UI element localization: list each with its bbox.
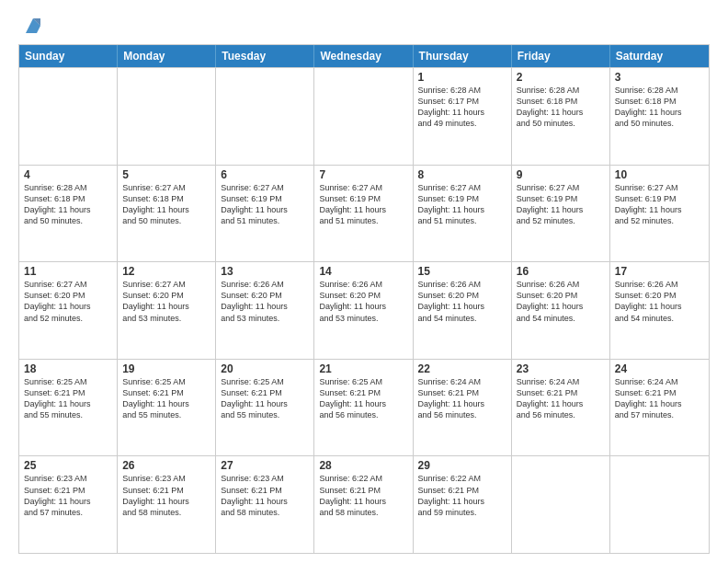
header-cell-friday: Friday	[512, 45, 610, 67]
day-number: 9	[517, 168, 605, 181]
header-cell-sunday: Sunday	[19, 45, 118, 67]
day-info: Sunrise: 6:25 AM Sunset: 6:21 PM Dayligh…	[221, 376, 309, 421]
logo-icon	[22, 15, 44, 37]
calendar-cell-1-6: 10Sunrise: 6:27 AM Sunset: 6:19 PM Dayli…	[610, 166, 709, 262]
calendar-cell-3-6: 24Sunrise: 6:24 AM Sunset: 6:21 PM Dayli…	[610, 360, 709, 456]
day-number: 12	[122, 265, 210, 278]
calendar-cell-2-1: 12Sunrise: 6:27 AM Sunset: 6:20 PM Dayli…	[118, 262, 216, 359]
calendar-cell-0-6: 3Sunrise: 6:28 AM Sunset: 6:18 PM Daylig…	[610, 68, 709, 165]
calendar-cell-4-6	[610, 456, 709, 553]
calendar-cell-4-1: 26Sunrise: 6:23 AM Sunset: 6:21 PM Dayli…	[118, 456, 216, 553]
calendar-cell-0-3	[314, 68, 413, 165]
calendar-cell-1-3: 7Sunrise: 6:27 AM Sunset: 6:19 PM Daylig…	[314, 166, 413, 262]
day-number: 18	[24, 362, 112, 375]
day-info: Sunrise: 6:27 AM Sunset: 6:20 PM Dayligh…	[24, 279, 112, 324]
day-number: 19	[122, 362, 210, 375]
calendar-row-0: 1Sunrise: 6:28 AM Sunset: 6:17 PM Daylig…	[19, 67, 709, 165]
day-number: 20	[221, 362, 309, 375]
day-info: Sunrise: 6:24 AM Sunset: 6:21 PM Dayligh…	[517, 376, 605, 421]
calendar-cell-1-4: 8Sunrise: 6:27 AM Sunset: 6:19 PM Daylig…	[414, 166, 512, 262]
calendar-cell-2-0: 11Sunrise: 6:27 AM Sunset: 6:20 PM Dayli…	[19, 262, 118, 359]
calendar-cell-0-1	[118, 68, 216, 165]
calendar-cell-1-2: 6Sunrise: 6:27 AM Sunset: 6:19 PM Daylig…	[216, 166, 314, 262]
calendar-cell-4-2: 27Sunrise: 6:23 AM Sunset: 6:21 PM Dayli…	[216, 456, 314, 553]
day-info: Sunrise: 6:28 AM Sunset: 6:18 PM Dayligh…	[517, 85, 605, 130]
day-number: 5	[122, 168, 210, 181]
calendar-row-1: 4Sunrise: 6:28 AM Sunset: 6:18 PM Daylig…	[19, 165, 709, 262]
day-number: 15	[418, 265, 506, 278]
calendar-cell-4-0: 25Sunrise: 6:23 AM Sunset: 6:21 PM Dayli…	[19, 456, 118, 553]
day-info: Sunrise: 6:27 AM Sunset: 6:19 PM Dayligh…	[319, 182, 407, 227]
day-info: Sunrise: 6:28 AM Sunset: 6:17 PM Dayligh…	[418, 85, 506, 130]
day-info: Sunrise: 6:26 AM Sunset: 6:20 PM Dayligh…	[517, 279, 605, 324]
day-info: Sunrise: 6:24 AM Sunset: 6:21 PM Dayligh…	[418, 376, 506, 421]
header-cell-monday: Monday	[118, 45, 216, 67]
calendar-cell-1-0: 4Sunrise: 6:28 AM Sunset: 6:18 PM Daylig…	[19, 166, 118, 262]
calendar-body: 1Sunrise: 6:28 AM Sunset: 6:17 PM Daylig…	[19, 67, 709, 553]
calendar-cell-3-2: 20Sunrise: 6:25 AM Sunset: 6:21 PM Dayli…	[216, 360, 314, 456]
day-info: Sunrise: 6:27 AM Sunset: 6:19 PM Dayligh…	[517, 182, 605, 227]
day-number: 28	[319, 459, 407, 472]
day-number: 2	[517, 71, 605, 84]
day-info: Sunrise: 6:28 AM Sunset: 6:18 PM Dayligh…	[24, 182, 112, 227]
day-number: 8	[418, 168, 506, 181]
calendar-cell-0-4: 1Sunrise: 6:28 AM Sunset: 6:17 PM Daylig…	[414, 68, 512, 165]
header	[18, 15, 710, 37]
day-info: Sunrise: 6:24 AM Sunset: 6:21 PM Dayligh…	[615, 376, 704, 421]
day-number: 23	[517, 362, 605, 375]
calendar-cell-2-3: 14Sunrise: 6:26 AM Sunset: 6:20 PM Dayli…	[314, 262, 413, 359]
day-number: 6	[221, 168, 309, 181]
calendar-cell-4-5	[512, 456, 610, 553]
day-info: Sunrise: 6:22 AM Sunset: 6:21 PM Dayligh…	[319, 473, 407, 518]
calendar-cell-1-1: 5Sunrise: 6:27 AM Sunset: 6:18 PM Daylig…	[118, 166, 216, 262]
day-number: 4	[24, 168, 112, 181]
day-number: 22	[418, 362, 506, 375]
calendar-cell-2-5: 16Sunrise: 6:26 AM Sunset: 6:20 PM Dayli…	[512, 262, 610, 359]
day-number: 7	[319, 168, 407, 181]
day-number: 24	[615, 362, 704, 375]
calendar-cell-3-0: 18Sunrise: 6:25 AM Sunset: 6:21 PM Dayli…	[19, 360, 118, 456]
day-info: Sunrise: 6:22 AM Sunset: 6:21 PM Dayligh…	[418, 473, 506, 518]
calendar-cell-0-2	[216, 68, 314, 165]
calendar-cell-3-4: 22Sunrise: 6:24 AM Sunset: 6:21 PM Dayli…	[414, 360, 512, 456]
calendar-cell-0-0	[19, 68, 118, 165]
day-info: Sunrise: 6:27 AM Sunset: 6:19 PM Dayligh…	[418, 182, 506, 227]
calendar-cell-1-5: 9Sunrise: 6:27 AM Sunset: 6:19 PM Daylig…	[512, 166, 610, 262]
day-info: Sunrise: 6:25 AM Sunset: 6:21 PM Dayligh…	[319, 376, 407, 421]
day-number: 29	[418, 459, 506, 472]
day-number: 3	[615, 71, 704, 84]
day-number: 10	[615, 168, 704, 181]
day-info: Sunrise: 6:23 AM Sunset: 6:21 PM Dayligh…	[24, 473, 112, 518]
day-number: 26	[122, 459, 210, 472]
day-info: Sunrise: 6:28 AM Sunset: 6:18 PM Dayligh…	[615, 85, 704, 130]
day-info: Sunrise: 6:26 AM Sunset: 6:20 PM Dayligh…	[418, 279, 506, 324]
calendar-cell-4-3: 28Sunrise: 6:22 AM Sunset: 6:21 PM Dayli…	[314, 456, 413, 553]
calendar-cell-3-1: 19Sunrise: 6:25 AM Sunset: 6:21 PM Dayli…	[118, 360, 216, 456]
day-number: 16	[517, 265, 605, 278]
calendar-row-3: 18Sunrise: 6:25 AM Sunset: 6:21 PM Dayli…	[19, 359, 709, 456]
day-number: 25	[24, 459, 112, 472]
day-info: Sunrise: 6:23 AM Sunset: 6:21 PM Dayligh…	[122, 473, 210, 518]
logo	[18, 15, 44, 37]
calendar-cell-4-4: 29Sunrise: 6:22 AM Sunset: 6:21 PM Dayli…	[414, 456, 512, 553]
day-number: 11	[24, 265, 112, 278]
header-cell-tuesday: Tuesday	[216, 45, 314, 67]
header-cell-thursday: Thursday	[414, 45, 512, 67]
day-info: Sunrise: 6:25 AM Sunset: 6:21 PM Dayligh…	[24, 376, 112, 421]
calendar-cell-2-4: 15Sunrise: 6:26 AM Sunset: 6:20 PM Dayli…	[414, 262, 512, 359]
calendar-row-4: 25Sunrise: 6:23 AM Sunset: 6:21 PM Dayli…	[19, 455, 709, 553]
day-number: 27	[221, 459, 309, 472]
day-info: Sunrise: 6:26 AM Sunset: 6:20 PM Dayligh…	[221, 279, 309, 324]
day-number: 13	[221, 265, 309, 278]
calendar-cell-2-6: 17Sunrise: 6:26 AM Sunset: 6:20 PM Dayli…	[610, 262, 709, 359]
calendar-row-2: 11Sunrise: 6:27 AM Sunset: 6:20 PM Dayli…	[19, 261, 709, 359]
calendar-cell-0-5: 2Sunrise: 6:28 AM Sunset: 6:18 PM Daylig…	[512, 68, 610, 165]
day-info: Sunrise: 6:27 AM Sunset: 6:19 PM Dayligh…	[221, 182, 309, 227]
day-number: 14	[319, 265, 407, 278]
calendar: SundayMondayTuesdayWednesdayThursdayFrid…	[18, 44, 710, 554]
header-cell-wednesday: Wednesday	[314, 45, 413, 67]
day-info: Sunrise: 6:23 AM Sunset: 6:21 PM Dayligh…	[221, 473, 309, 518]
day-info: Sunrise: 6:27 AM Sunset: 6:20 PM Dayligh…	[122, 279, 210, 324]
day-number: 1	[418, 71, 506, 84]
day-info: Sunrise: 6:27 AM Sunset: 6:18 PM Dayligh…	[122, 182, 210, 227]
